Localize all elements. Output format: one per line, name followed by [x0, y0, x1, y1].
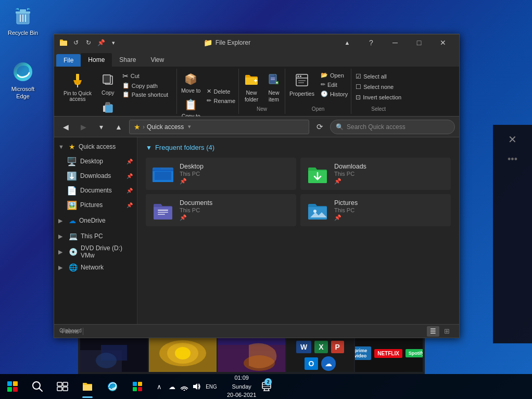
folder-item-documents[interactable]: Documents This PC 📌 — [146, 194, 296, 226]
new-item-btn[interactable]: Newitem — [264, 71, 284, 105]
expand-icon: ▶ — [58, 217, 66, 224]
thumb-5[interactable]: prime video NETFLIX Spotify — [355, 334, 423, 372]
onedrive-icon: ☁ — [69, 216, 76, 225]
list-view-btn[interactable]: ☰ — [427, 326, 439, 337]
copy-btn[interactable]: Copy — [98, 71, 118, 98]
folder-item-pictures[interactable]: Pictures This PC 📌 — [300, 194, 451, 226]
copy-path-btn[interactable]: 📋 Copy path — [120, 81, 170, 90]
thumb-2[interactable] — [149, 334, 217, 372]
svg-rect-1 — [16, 11, 30, 14]
svg-rect-7 — [76, 74, 79, 80]
paste-shortcut-btn[interactable]: 📋 Paste shortcut — [120, 90, 170, 99]
grid-view-btn[interactable]: ⊞ — [440, 326, 453, 337]
taskbar-store[interactable] — [125, 374, 150, 399]
maximize-btn[interactable]: □ — [407, 34, 431, 51]
rename-btn[interactable]: ✏ Rename — [205, 96, 237, 105]
cut-btn[interactable]: ✂ Cut — [120, 71, 170, 81]
tab-home[interactable]: Home — [81, 53, 112, 67]
address-path[interactable]: ★ › Quick access ▾ — [129, 120, 309, 134]
sidebar-item-documents[interactable]: 📄 Documents 📌 — [54, 183, 137, 198]
down-arrow-icon[interactable]: ▾ — [108, 37, 119, 48]
select-all-btn[interactable]: ☑ Select all — [353, 72, 389, 81]
sidebar-dvd-header[interactable]: ▶ 💿 DVD Drive (D:) VMw — [54, 244, 137, 259]
sidebar: ▼ ★ Quick access 🖥️ Desktop 📌 ⬇️ Downloa… — [54, 137, 137, 324]
ribbon-tabs: File Home Share View — [54, 51, 459, 67]
desktop-icon-recycle-bin[interactable]: Recycle Bin — [2, 1, 44, 38]
clock-time: 01:09 — [227, 374, 256, 382]
pin-to-quick-btn[interactable]: Pin to Quickaccess — [60, 71, 95, 104]
recycle-bin-icon — [10, 3, 35, 28]
thumb-1[interactable] — [80, 334, 148, 372]
invert-selection-btn[interactable]: ⊡ Invert selection — [353, 93, 403, 102]
refresh-btn[interactable]: ⟳ — [312, 120, 327, 134]
forward-btn[interactable]: ▶ — [76, 120, 91, 134]
pin-icon[interactable]: 📌 — [96, 37, 106, 48]
sidebar-item-desktop[interactable]: 🖥️ Desktop 📌 — [54, 154, 137, 169]
delete-btn[interactable]: ✕ Delete — [205, 87, 237, 96]
side-panel-collapse[interactable]: ✕ — [502, 129, 523, 150]
open-btn[interactable]: 📂 Open — [319, 71, 350, 80]
properties-btn[interactable]: Properties — [286, 71, 318, 99]
sidebar-section-network: ▶ 🌐 Network — [54, 260, 137, 275]
search-box[interactable]: 🔍 Search Quick access — [330, 120, 455, 134]
section-chevron-icon[interactable]: ▼ — [146, 144, 152, 151]
recent-btn[interactable]: ▾ — [94, 120, 108, 134]
taskbar: ∧ ☁ ENG 01:09 Sunday 20-06-202 — [0, 374, 532, 399]
undo-icon[interactable]: ↺ — [71, 37, 81, 48]
tab-view[interactable]: View — [143, 53, 171, 67]
folder-item-desktop[interactable]: Desktop This PC 📌 — [146, 158, 296, 190]
sidebar-quick-access-header[interactable]: ▼ ★ Quick access — [54, 139, 137, 154]
tray-cloud[interactable]: ☁ — [167, 381, 177, 392]
status-views: ☰ ⊞ — [427, 326, 453, 337]
downloads-folder-icon — [306, 162, 329, 185]
start-btn[interactable] — [0, 374, 25, 399]
taskbar-file-explorer[interactable] — [75, 374, 100, 399]
pin-icon — [70, 73, 85, 89]
svg-rect-12 — [106, 102, 110, 105]
tray-arrow[interactable]: ∧ — [154, 381, 164, 392]
paste-shortcut-icon: 📋 — [122, 91, 130, 98]
desktop-icon-edge[interactable]: Microsoft Edge — [2, 57, 44, 102]
svg-rect-34 — [158, 212, 168, 213]
up-btn[interactable]: ▲ — [111, 120, 126, 134]
select-none-btn[interactable]: ☐ Select none — [353, 82, 396, 92]
minimize-btn[interactable]: ─ — [383, 34, 407, 51]
ribbon-group-clipboard: Pin to Quickaccess Copy — [54, 69, 177, 114]
folder-item-downloads[interactable]: Downloads This PC 📌 — [300, 158, 451, 190]
tab-file[interactable]: File — [56, 54, 81, 67]
sidebar-onedrive-header[interactable]: ▶ ☁ OneDrive — [54, 213, 137, 228]
history-btn[interactable]: 🕐 History — [319, 89, 350, 98]
side-panel-more[interactable]: ••• — [508, 154, 517, 165]
recycle-bin-label: Recycle Bin — [8, 29, 38, 36]
sidebar-this-pc-header[interactable]: ▶ 💻 This PC — [54, 229, 137, 243]
sidebar-network-header[interactable]: ▶ 🌐 Network — [54, 260, 137, 275]
taskbar-clock[interactable]: 01:09 Sunday 20-06-2021 — [223, 374, 260, 399]
thumb-4[interactable]: W X P O ☁ — [286, 334, 354, 372]
tray-volume[interactable] — [192, 381, 202, 392]
back-btn[interactable]: ◀ — [58, 120, 73, 134]
svg-line-53 — [39, 388, 42, 391]
redo-icon[interactable]: ↻ — [83, 37, 94, 48]
ribbon-collapse-btn[interactable]: ▲ — [335, 34, 359, 51]
sidebar-item-pictures[interactable]: 🖼️ Pictures 📌 — [54, 198, 137, 212]
taskbar-edge[interactable] — [100, 374, 125, 399]
help-btn[interactable]: ? — [359, 34, 383, 51]
taskbar-task-view[interactable] — [50, 374, 75, 399]
thumb-3[interactable] — [218, 334, 285, 372]
tab-share[interactable]: Share — [112, 53, 143, 67]
svg-point-63 — [184, 390, 185, 391]
svg-rect-51 — [13, 387, 18, 392]
title-bar-icons: ↺ ↻ 📌 ▾ — [58, 37, 119, 48]
expand-icon: ▶ — [58, 249, 66, 255]
move-to-btn[interactable]: 📦 Move to — [178, 71, 204, 96]
svg-rect-60 — [138, 382, 142, 386]
tray-lang[interactable]: ENG — [204, 381, 219, 392]
sidebar-item-downloads[interactable]: ⬇️ Downloads 📌 — [54, 169, 137, 183]
notification-center-btn[interactable]: 2 — [260, 374, 273, 399]
edit-btn[interactable]: ✏ Edit — [319, 80, 350, 89]
tray-network[interactable] — [179, 381, 189, 392]
new-folder-btn[interactable]: Newfolder — [240, 71, 263, 105]
svg-rect-55 — [63, 382, 68, 386]
close-btn[interactable]: ✕ — [431, 34, 455, 51]
taskbar-search-btn[interactable] — [25, 374, 50, 399]
